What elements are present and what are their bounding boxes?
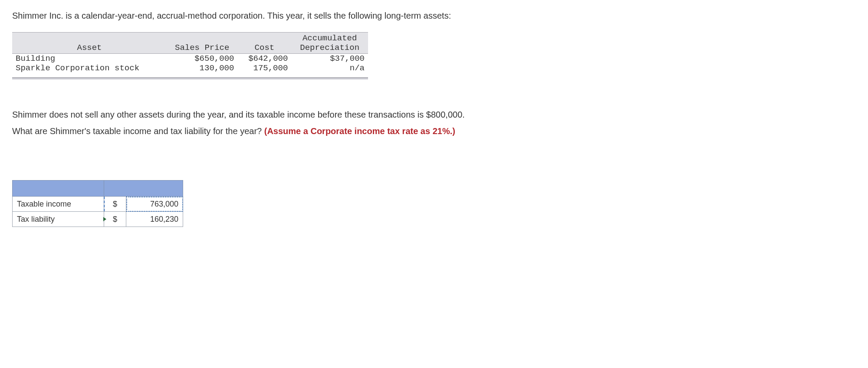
cell-asset: Sparkle Corporation stock (12, 63, 167, 73)
cell-cost: $642,000 (237, 54, 291, 64)
assumption-text: (Assume a Corporate income tax rate as 2… (264, 126, 455, 136)
answer-currency: $ (104, 197, 126, 212)
header-cost: Cost (237, 33, 291, 54)
answer-row: Taxable income $ 763,000 (13, 197, 183, 212)
tax-liability-input[interactable]: 160,230 (126, 212, 183, 227)
answer-header-blank-1 (13, 181, 104, 197)
asset-table: Asset Sales Price Cost Accumulated Depre… (12, 32, 368, 73)
cell-asset: Building (12, 54, 167, 64)
answer-currency: $ (104, 212, 126, 227)
answer-label: Tax liability (13, 212, 104, 227)
cell-sales-price: 130,000 (167, 63, 237, 73)
answer-header-blank-2 (104, 181, 183, 197)
cell-accum-dep: $37,000 (291, 54, 368, 64)
table-row: Sparkle Corporation stock 130,000 175,00… (12, 63, 368, 73)
header-sales-price: Sales Price (167, 33, 237, 54)
header-asset: Asset (12, 33, 167, 54)
header-accum-dep: Accumulated Depreciation (291, 33, 368, 54)
answer-row: Tax liability $ 160,230 (13, 212, 183, 227)
question-line: What are Shimmer's taxable income and ta… (12, 123, 856, 139)
intro-text: Shimmer Inc. is a calendar-year-end, acc… (12, 10, 856, 22)
question-text: What are Shimmer's taxable income and ta… (12, 126, 264, 136)
answer-table: Taxable income $ 763,000 Tax liability $… (12, 180, 183, 227)
context-line-1: Shimmer does not sell any other assets d… (12, 106, 856, 123)
answer-label: Taxable income (13, 197, 104, 212)
table-bottom-rule (12, 77, 368, 79)
table-row: Building $650,000 $642,000 $37,000 (12, 54, 368, 64)
cell-cost: 175,000 (237, 63, 291, 73)
cell-sales-price: $650,000 (167, 54, 237, 64)
taxable-income-input[interactable]: 763,000 (126, 197, 183, 212)
cell-accum-dep: n/a (291, 63, 368, 73)
